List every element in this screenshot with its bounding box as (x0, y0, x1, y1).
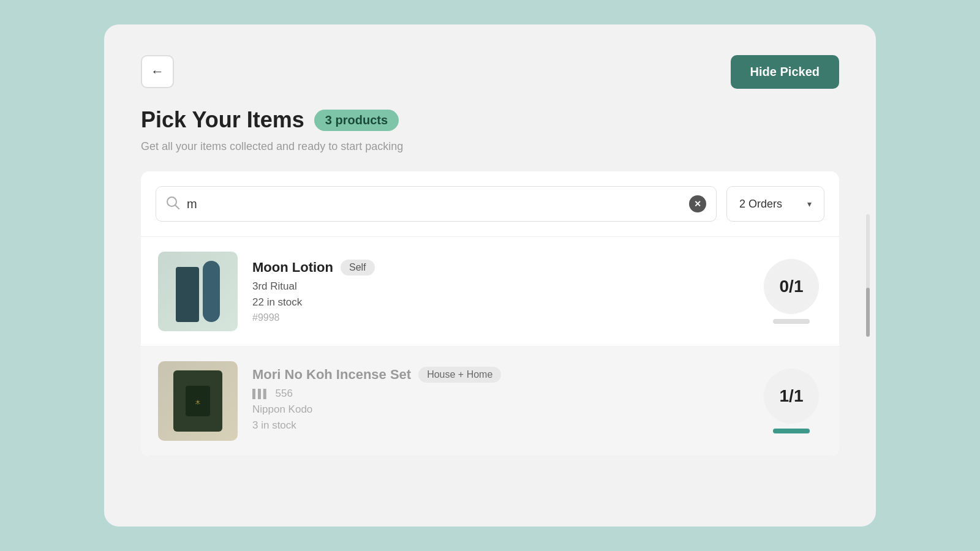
product-list: Moon Lotion Self 3rd Ritual 22 in stock … (141, 237, 839, 456)
search-input[interactable] (187, 197, 682, 211)
product-info: Mori No Koh Incense Set House + Home ▌▌▌… (252, 367, 746, 435)
quantity-text: 1/1 (780, 386, 804, 406)
orders-label: 2 Orders (739, 198, 782, 211)
product-sku-row: ▌▌▌ 556 (252, 388, 746, 400)
title-row: Pick Your Items 3 products (141, 107, 839, 133)
search-filter-row: ✕ 2 Orders ▾ (141, 171, 839, 237)
products-badge: 3 products (314, 110, 399, 131)
svg-text:木: 木 (195, 400, 200, 405)
incense-box: 木 (173, 370, 222, 432)
product-sku-number: 556 (276, 388, 293, 399)
product-name: Moon Lotion (252, 260, 333, 276)
product-name-row: Mori No Koh Incense Set House + Home (252, 367, 746, 383)
content-area: ✕ 2 Orders ▾ Moon Lotion (141, 171, 839, 456)
scrollbar-thumb (866, 288, 870, 337)
svg-line-1 (176, 205, 179, 209)
dropdown-arrow-icon: ▾ (807, 199, 812, 209)
quantity-section: 1/1 (761, 369, 822, 433)
page-title: Pick Your Items (141, 107, 304, 133)
quantity-section: 0/1 (761, 259, 822, 324)
product-tag-badge: House + Home (418, 367, 501, 383)
product-image: 木 (158, 361, 238, 441)
header-row: ← Hide Picked (141, 55, 839, 89)
product-brand: Nippon Kodo (252, 403, 746, 416)
clear-button[interactable]: ✕ (689, 195, 706, 212)
title-section: Pick Your Items 3 products Get all your … (141, 107, 839, 153)
product-image (158, 252, 238, 331)
product-item[interactable]: Moon Lotion Self 3rd Ritual 22 in stock … (141, 237, 839, 347)
scrollbar[interactable] (866, 214, 870, 337)
product-stock: 22 in stock (252, 296, 746, 309)
quantity-circle: 1/1 (764, 369, 819, 424)
product-tag-badge: Self (341, 260, 375, 276)
product-stock: 3 in stock (252, 419, 746, 432)
quantity-circle: 0/1 (764, 259, 819, 314)
moon-round-tube (203, 261, 220, 322)
product-sku: #9998 (252, 312, 746, 323)
product-item[interactable]: 木 Mori No Koh Incense Set House + Home ▌… (141, 347, 839, 456)
main-card: ← Hide Picked Pick Your Items 3 products… (104, 24, 876, 527)
product-info: Moon Lotion Self 3rd Ritual 22 in stock … (252, 260, 746, 323)
quantity-bar-fill (773, 429, 810, 433)
product-name: Mori No Koh Incense Set (252, 367, 411, 383)
hide-picked-button[interactable]: Hide Picked (731, 55, 839, 89)
back-button[interactable]: ← (141, 55, 174, 88)
subtitle: Get all your items collected and ready t… (141, 140, 839, 153)
product-brand: 3rd Ritual (252, 280, 746, 293)
product-name-row: Moon Lotion Self (252, 260, 746, 276)
quantity-text: 0/1 (780, 277, 804, 296)
quantity-bar-container (773, 429, 810, 433)
search-box[interactable]: ✕ (156, 186, 717, 222)
search-icon (166, 196, 179, 212)
barcode-icon: ▌▌▌ (252, 389, 269, 399)
orders-dropdown[interactable]: 2 Orders ▾ (726, 186, 824, 222)
svg-point-0 (167, 197, 176, 206)
moon-box-tube (176, 267, 199, 322)
quantity-bar-container (773, 319, 810, 324)
product-image-tubes (176, 261, 220, 322)
